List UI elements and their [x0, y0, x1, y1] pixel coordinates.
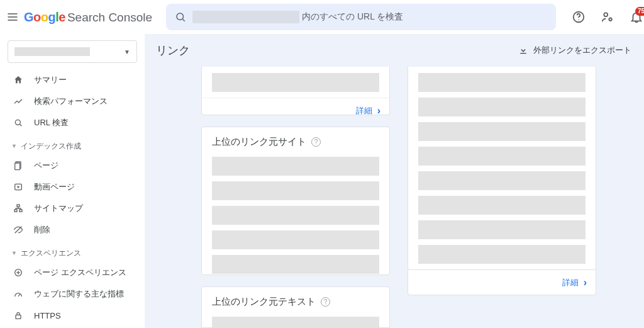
trend-icon: [11, 96, 25, 106]
list-item[interactable]: [212, 181, 379, 200]
sidebar-item-sitemaps[interactable]: サイトマップ: [0, 198, 138, 219]
remove-icon: [11, 225, 25, 235]
list-item[interactable]: [418, 147, 586, 166]
list-item[interactable]: [418, 98, 586, 116]
cards-area: 詳細 › 上位のリンク元サイト ?: [145, 67, 644, 328]
sidebar: ▼ サマリー 検索パフォーマンス URL 検査 ▼ インデックス作成 ページ 動…: [0, 34, 145, 328]
svg-point-3: [177, 13, 184, 20]
sidebar-item-performance[interactable]: 検索パフォーマンス: [0, 91, 138, 112]
lock-icon: [11, 310, 25, 320]
top-right-icons: 75: [566, 4, 644, 30]
sidebar-item-url-inspect[interactable]: URL 検査: [0, 112, 138, 133]
help-icon[interactable]: [566, 4, 591, 30]
right-column: 詳細 ›: [408, 67, 596, 328]
list-item[interactable]: [418, 245, 586, 264]
svg-marker-23: [18, 186, 20, 188]
export-external-links-button[interactable]: 外部リンクをエクスポート: [518, 45, 631, 56]
users-settings-icon[interactable]: [595, 4, 620, 30]
svg-rect-25: [14, 210, 17, 212]
card-more-button[interactable]: 詳細 ›: [408, 270, 596, 295]
sidebar-item-label: URL 検査: [34, 117, 69, 128]
svg-line-4: [183, 19, 185, 21]
list-item[interactable]: [212, 157, 379, 176]
sidebar-item-page-experience[interactable]: ページ エクスペリエンス: [0, 262, 138, 283]
page-header: リンク 外部リンクをエクスポート: [145, 34, 644, 67]
search-icon: [11, 118, 25, 128]
sidebar-item-label: サマリー: [34, 74, 67, 86]
sidebar-section-experience[interactable]: ▼ エクスペリエンス: [0, 244, 138, 262]
list-item[interactable]: [212, 255, 379, 274]
more-label: 詳細: [356, 105, 372, 115]
top-bar: Google Search Console 内のすべての URL を検査 75: [0, 0, 644, 34]
google-search-console-logo[interactable]: Google Search Console: [24, 10, 152, 25]
card-internal-links: [408, 67, 596, 270]
sidebar-item-label: ページ: [34, 160, 58, 171]
caret-down-icon: ▼: [11, 250, 17, 256]
video-icon: [11, 182, 25, 192]
help-tooltip-icon[interactable]: ?: [311, 137, 321, 147]
caret-down-icon: ▼: [124, 48, 130, 55]
card-more-button[interactable]: 詳細 ›: [202, 98, 389, 115]
sidebar-item-https[interactable]: HTTPS: [0, 305, 138, 326]
sidebar-item-label: ページ エクスペリエンス: [34, 267, 126, 278]
notifications-icon[interactable]: 75: [624, 4, 644, 30]
product-name: Search Console: [67, 11, 152, 25]
sidebar-section-indexing[interactable]: ▼ インデックス作成: [0, 137, 138, 155]
home-icon: [11, 75, 25, 85]
left-column: 詳細 › 上位のリンク元サイト ?: [201, 67, 390, 328]
speed-icon: [11, 289, 25, 299]
chevron-right-icon: ›: [584, 277, 587, 288]
more-label: 詳細: [562, 277, 579, 288]
download-icon: [518, 45, 528, 55]
search-icon: [175, 11, 186, 23]
main-content: リンク 外部リンクをエクスポート 詳細 ›: [145, 34, 644, 328]
card-title: 上位のリンク元サイト: [212, 136, 306, 148]
svg-rect-21: [15, 163, 20, 170]
help-tooltip-icon[interactable]: ?: [321, 297, 330, 307]
svg-line-19: [19, 124, 21, 126]
svg-rect-24: [17, 205, 19, 206]
card-top-linked-pages: 詳細 ›: [201, 67, 390, 115]
sidebar-item-core-web-vitals[interactable]: ウェブに関する主な指標: [0, 283, 138, 305]
url-inspect-search[interactable]: 内のすべての URL を検査: [166, 4, 556, 30]
list-item[interactable]: [418, 73, 586, 92]
notification-badge: 75: [635, 7, 644, 16]
svg-line-31: [18, 294, 20, 297]
card-top-linking-text: 上位のリンク元テキスト ?: [201, 286, 390, 328]
sidebar-item-label: 検索パフォーマンス: [34, 96, 108, 107]
selected-property-redacted: [14, 47, 90, 56]
list-item[interactable]: [212, 73, 379, 92]
section-label: エクスペリエンス: [21, 248, 81, 259]
svg-point-18: [15, 120, 20, 125]
sidebar-item-label: HTTPS: [34, 311, 61, 320]
page-icon: [11, 161, 25, 171]
sidebar-item-label: 動画ページ: [34, 181, 75, 193]
sidebar-item-label: サイトマップ: [34, 203, 83, 214]
list-item[interactable]: [212, 206, 379, 225]
sidebar-item-label: ウェブに関する主な指標: [34, 288, 124, 300]
list-item[interactable]: [212, 317, 379, 328]
list-item[interactable]: [418, 122, 586, 141]
property-selector[interactable]: ▼: [8, 40, 137, 63]
card-top-linking-sites: 上位のリンク元サイト ? 詳細 ›: [201, 127, 390, 275]
caret-down-icon: ▼: [11, 143, 17, 149]
list-item[interactable]: [418, 171, 586, 190]
chevron-right-icon: ›: [377, 105, 380, 115]
svg-rect-26: [19, 210, 22, 212]
page-title: リンク: [156, 43, 190, 58]
card-title: 上位のリンク元テキスト: [212, 296, 316, 308]
section-label: インデックス作成: [21, 141, 81, 152]
svg-rect-32: [16, 315, 21, 319]
property-name-redacted: [192, 11, 299, 23]
list-item[interactable]: [212, 230, 379, 249]
sidebar-item-summary[interactable]: サマリー: [0, 69, 138, 91]
sidebar-item-pages[interactable]: ページ: [0, 155, 138, 176]
sidebar-item-video-pages[interactable]: 動画ページ: [0, 176, 138, 198]
sidebar-item-label: 削除: [34, 224, 50, 235]
sidebar-item-removals[interactable]: 削除: [0, 219, 138, 240]
hamburger-menu-icon[interactable]: [6, 4, 19, 30]
list-item[interactable]: [418, 220, 586, 239]
list-item[interactable]: [418, 196, 586, 215]
export-label: 外部リンクをエクスポート: [533, 45, 631, 56]
plus-circle-icon: [11, 268, 25, 278]
